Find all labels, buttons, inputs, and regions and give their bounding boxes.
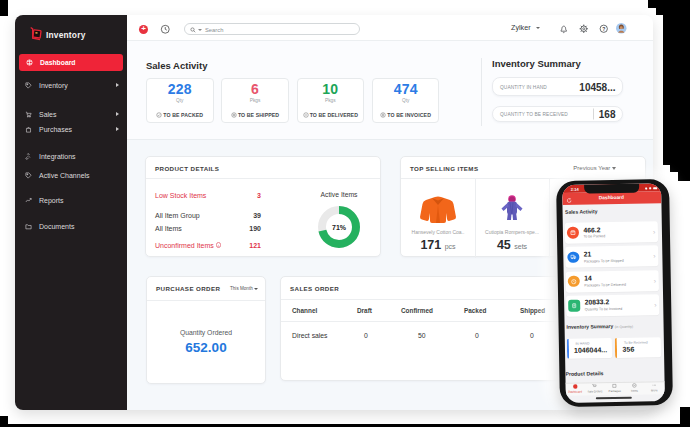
svg-text:71%: 71% — [332, 224, 347, 231]
svg-text:?: ? — [602, 26, 605, 32]
